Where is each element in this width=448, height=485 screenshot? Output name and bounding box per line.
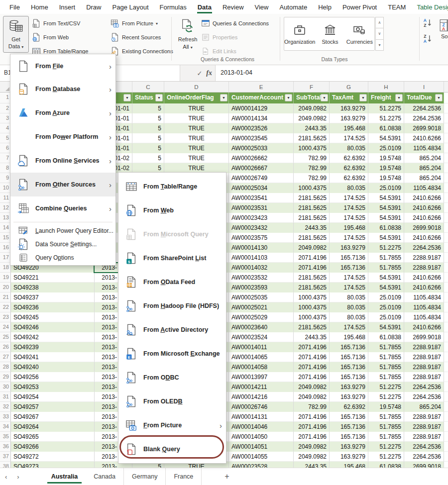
cell-C8[interactable]: 5: [132, 163, 164, 173]
menu-item-from-power-platform[interactable]: From Power Platform›: [10, 125, 115, 149]
cell-A30[interactable]: SO49253: [11, 382, 95, 392]
cell-I10[interactable]: 1105.4834: [404, 183, 444, 193]
cell-G17[interactable]: 165.7136: [330, 253, 368, 263]
row-number[interactable]: 38: [0, 462, 11, 468]
get-data-button[interactable]: Get Data ▾: [3, 16, 29, 53]
cell-H30[interactable]: 51.2275: [368, 382, 404, 392]
cell-F28[interactable]: 2071.4196: [294, 362, 330, 372]
row-number[interactable]: 22: [0, 302, 11, 312]
cell-H32[interactable]: 19.5748: [368, 402, 404, 412]
row-number[interactable]: 7: [0, 153, 11, 163]
ribbon-tab-insert[interactable]: Insert: [54, 0, 81, 14]
from-web-button[interactable]: From Web: [32, 31, 88, 43]
cell-F3[interactable]: 2049.0982: [294, 113, 330, 123]
cell-D7[interactable]: TRUE: [164, 153, 229, 163]
cell-G38[interactable]: 195.468: [330, 462, 368, 468]
refresh-all-button[interactable]: Refresh All ▾: [175, 16, 200, 53]
cell-F19[interactable]: 2181.5625: [294, 273, 330, 283]
menu-item-from-sharepoint-list[interactable]: SFrom SharePoint List: [118, 246, 226, 270]
cell-F37[interactable]: 2049.0982: [294, 452, 330, 462]
cell-A35[interactable]: SO49265: [11, 432, 95, 442]
cell-I21[interactable]: 1105.4834: [404, 292, 444, 302]
cell-G25[interactable]: 195.468: [330, 332, 368, 342]
cell-G31[interactable]: 163.9279: [330, 392, 368, 402]
cell-H29[interactable]: 51.7855: [368, 372, 404, 382]
menu-item-from-other-sources[interactable]: From Other Sources›: [10, 173, 115, 196]
sort-za-button[interactable]: ZA: [422, 33, 433, 46]
cell-G29[interactable]: 165.7136: [330, 372, 368, 382]
row-number[interactable]: 3: [0, 113, 11, 123]
cell-G3[interactable]: 163.9279: [330, 113, 368, 123]
sheet-tab-canada[interactable]: Canada: [86, 468, 124, 485]
cell-A37[interactable]: SO49272: [11, 452, 95, 462]
cell-D3[interactable]: TRUE: [164, 113, 229, 123]
cell-A36[interactable]: SO49266: [11, 442, 95, 452]
row-number[interactable]: 4: [0, 123, 11, 133]
cell-E3[interactable]: AW00014134: [229, 113, 294, 123]
cell-H2[interactable]: 51.2275: [368, 103, 404, 113]
column-header-C[interactable]: C: [132, 82, 164, 93]
menu-item-from-database[interactable]: From Database›: [10, 77, 115, 101]
cell-E17[interactable]: AW00014103: [229, 253, 294, 263]
cell-E7[interactable]: AW00026662: [229, 153, 294, 163]
cell-E22[interactable]: AW00025021: [229, 302, 294, 312]
cell-E13[interactable]: AW00023423: [229, 213, 294, 223]
cell-I6[interactable]: 1105.4834: [404, 143, 444, 153]
cell-E6[interactable]: AW00025033: [229, 143, 294, 153]
sort-az-button[interactable]: AZ: [422, 17, 433, 30]
cell-F34[interactable]: 2071.4196: [294, 422, 330, 432]
cell-F4[interactable]: 2443.35: [294, 123, 330, 133]
column-header-E[interactable]: E: [229, 82, 294, 93]
ribbon-tab-review[interactable]: Review: [217, 0, 249, 14]
row-number[interactable]: 35: [0, 432, 11, 442]
cell-F22[interactable]: 1000.4375: [294, 302, 330, 312]
cell-E36[interactable]: AW00014051: [229, 442, 294, 452]
row-number[interactable]: 29: [0, 372, 11, 382]
cell-H33[interactable]: 51.7855: [368, 412, 404, 422]
cell-I12[interactable]: 2410.6266: [404, 203, 444, 213]
prev-sheet-icon[interactable]: ‹: [0, 468, 12, 485]
cell-D2[interactable]: TRUE: [164, 103, 229, 113]
row-number[interactable]: 16: [0, 243, 11, 253]
cell-G36[interactable]: 163.9279: [330, 442, 368, 452]
cell-H3[interactable]: 51.2275: [368, 113, 404, 123]
cell-A29[interactable]: SO49256: [11, 372, 95, 382]
cell-I27[interactable]: 2288.9187: [404, 352, 444, 362]
cell-I20[interactable]: 2410.6266: [404, 283, 444, 292]
cell-E25[interactable]: AW00023524: [229, 332, 294, 342]
cell-I24[interactable]: 2410.6266: [404, 322, 444, 332]
cell-G2[interactable]: 163.9279: [330, 103, 368, 113]
cell-H4[interactable]: 61.0838: [368, 123, 404, 133]
row-number[interactable]: 19: [0, 273, 11, 283]
cell-I5[interactable]: 2410.6266: [404, 133, 444, 143]
row-number[interactable]: 23: [0, 312, 11, 322]
row-number[interactable]: 1: [0, 93, 11, 103]
enter-icon[interactable]: ✓: [197, 70, 202, 77]
cell-H38[interactable]: 61.0838: [368, 462, 404, 468]
cell-H11[interactable]: 54.5391: [368, 193, 404, 203]
cell-G34[interactable]: 165.7136: [330, 422, 368, 432]
cell-F15[interactable]: 2181.5625: [294, 233, 330, 243]
cell-G11[interactable]: 174.525: [330, 193, 368, 203]
cell-H31[interactable]: 51.2275: [368, 392, 404, 402]
cell-I26[interactable]: 2288.9187: [404, 342, 444, 352]
table-header-Status[interactable]: Status▼: [132, 93, 164, 103]
ribbon-tab-formulas[interactable]: Formulas: [154, 0, 192, 14]
cell-E14[interactable]: AW00023432: [229, 223, 294, 233]
table-header-CustomerAccount[interactable]: CustomerAccount▼: [229, 93, 294, 103]
cell-F33[interactable]: 2071.4196: [294, 412, 330, 422]
cell-C5[interactable]: 5: [132, 133, 164, 143]
cell-E27[interactable]: AW00014065: [229, 352, 294, 362]
cell-G6[interactable]: 80.035: [330, 143, 368, 153]
cell-H17[interactable]: 51.7855: [368, 253, 404, 263]
cell-G4[interactable]: 195.468: [330, 123, 368, 133]
cell-I23[interactable]: 1105.4834: [404, 312, 444, 322]
cell-G14[interactable]: 195.468: [330, 223, 368, 233]
cell-A25[interactable]: SO49242: [11, 332, 95, 342]
cell-D6[interactable]: TRUE: [164, 143, 229, 153]
cell-F14[interactable]: 2443.35: [294, 223, 330, 233]
cell-F27[interactable]: 2071.4196: [294, 352, 330, 362]
row-number[interactable]: 11: [0, 193, 11, 203]
cell-H28[interactable]: 51.7855: [368, 362, 404, 372]
cell-H8[interactable]: 19.5748: [368, 163, 404, 173]
